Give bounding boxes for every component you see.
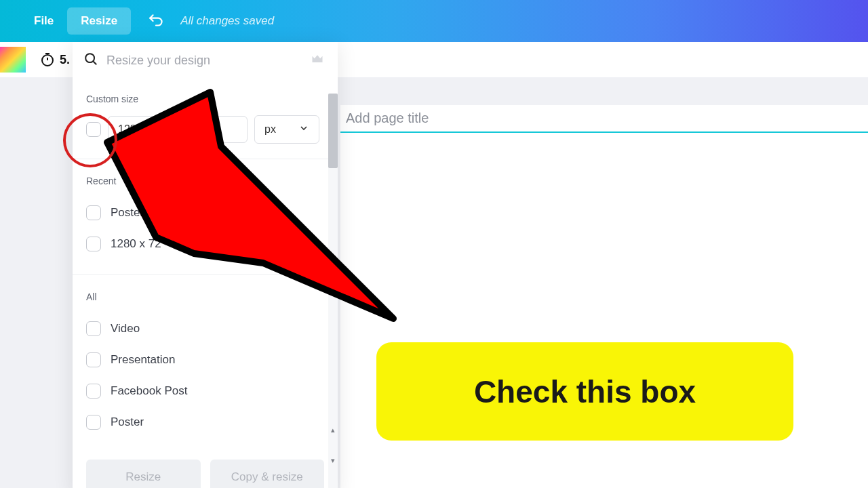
custom-size-checkbox[interactable] [86,122,101,137]
copy-resize-button[interactable]: Copy & resize [210,460,325,488]
recent-checkbox[interactable] [86,205,101,220]
resize-panel: Custom size px Recent Poster 1280 x 72 [73,42,338,488]
resize-menu[interactable]: Resize [67,7,131,35]
recent-label: Recent [86,176,324,186]
scroll-up-arrow[interactable]: ▴ [328,426,338,434]
unit-value: px [264,123,276,136]
color-picker-swatch[interactable] [0,47,26,73]
undo-icon[interactable] [148,12,165,30]
svg-line-4 [93,61,96,64]
save-status: All changes saved [180,14,274,28]
recent-item-label: 1280 x 72 [111,237,161,251]
all-item-label: Facebook Post [111,384,187,398]
all-checkbox[interactable] [86,352,101,367]
all-label: All [86,291,324,302]
width-input[interactable] [108,116,158,143]
custom-size-label: Custom size [86,94,324,104]
svg-point-3 [85,54,94,62]
page-title-input[interactable] [340,105,868,133]
resize-button[interactable]: Resize [86,460,201,488]
list-item[interactable]: Poster [86,407,324,438]
annotation-callout: Check this box [376,342,793,441]
aspect-lock-button[interactable] [165,115,191,144]
all-checkbox[interactable] [86,415,101,430]
recent-item-label: Poster [111,206,144,220]
duration-control[interactable]: 5. [39,52,70,68]
scrollbar-bottom[interactable]: ▴ ▾ [328,426,338,466]
list-item[interactable]: 1280 x 72 [86,228,324,260]
scrollbar-thumb[interactable] [328,94,338,168]
resize-search-input[interactable] [106,54,302,68]
duration-value: 5. [60,53,70,67]
list-item[interactable]: Video [86,313,324,344]
list-item[interactable]: Poster [86,197,324,228]
file-menu[interactable]: File [20,7,67,35]
all-item-label: Poster [111,415,144,429]
callout-text: Check this box [474,373,696,410]
height-input[interactable] [197,116,248,143]
unit-select[interactable]: px [254,115,319,144]
top-bar: File Resize All changes saved [0,0,868,42]
crown-icon [311,52,324,68]
chevron-down-icon [298,123,309,136]
all-item-label: Video [111,322,140,336]
all-item-label: Presentation [111,353,175,367]
all-checkbox[interactable] [86,321,101,336]
recent-checkbox[interactable] [86,237,101,251]
all-checkbox[interactable] [86,384,101,399]
svg-rect-5 [174,129,180,133]
list-item[interactable]: Facebook Post [86,375,324,407]
scroll-down-arrow[interactable]: ▾ [328,456,338,465]
list-item[interactable]: Presentation [86,344,324,375]
search-icon [83,52,98,69]
